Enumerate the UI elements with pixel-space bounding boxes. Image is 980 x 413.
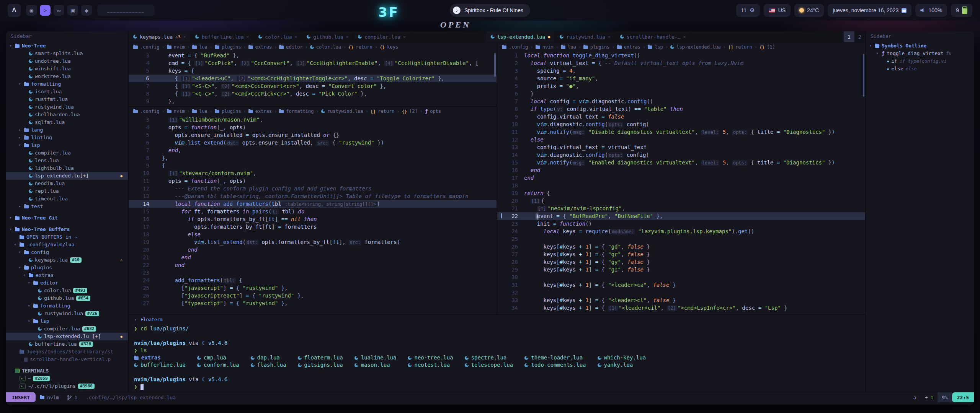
tab-close-icon[interactable]: ×	[247, 34, 249, 39]
code-line[interactable]: ▍22 event = { "BufReadPre", "BufNewFile"…	[497, 212, 865, 220]
launcher-button[interactable]: Λ	[8, 4, 21, 17]
tree-item[interactable]: color.lua#493	[6, 287, 128, 294]
tab-close-icon[interactable]: ×	[608, 34, 611, 39]
symbols-outline-header[interactable]: ▾ Symbols Outline	[866, 42, 974, 50]
tree-item[interactable]: lsp-extended.lu [+]●	[6, 333, 128, 340]
breadcrumb-item[interactable]: lua	[199, 44, 207, 50]
code-line[interactable]: 8 { [1]"<C-c>", [2]"<cmd>CccPick<cr>", d…	[129, 90, 497, 98]
tree-item[interactable]: scrollbar-handle-vertical.p	[6, 356, 128, 363]
tree-section-header[interactable]: TERMINALS	[6, 367, 128, 375]
tree-item[interactable]: bufferline.lua#328	[6, 340, 128, 348]
code-line[interactable]: 11 opts = function(_, opts)	[129, 177, 497, 185]
code-line[interactable]: 9 {	[129, 162, 497, 169]
tree-item[interactable]: lens.lua	[6, 157, 128, 164]
code-line[interactable]: 17 opts.formatters_by_ft[ft] = formatter…	[129, 223, 497, 231]
code-line[interactable]: 8 if type(v: config.virtual_text) == "ta…	[497, 105, 865, 113]
terminal[interactable]: ❯ cd lua/plugins/nvim/lua/plugins via ☾ …	[129, 324, 865, 392]
editor-pane-rustywind-lua[interactable]: .config›nvim›lua›plugins›extras›formatti…	[129, 107, 497, 314]
code-line[interactable]: 23	[129, 269, 497, 276]
code-line[interactable]: 7 end,	[129, 146, 497, 154]
tab-compiler.lua[interactable]: compiler.lua×	[353, 31, 411, 42]
code-line[interactable]: 10 vim.diagnostic.config(opts: config)	[497, 120, 865, 128]
code-line[interactable]: 10 [1]"stevearc/conform.nvim",	[129, 169, 497, 177]
tab-close-icon[interactable]: ×	[295, 34, 297, 39]
breadcrumb-item[interactable]: color.lua	[316, 44, 341, 50]
tab-bufferline.lua[interactable]: bufferline.lua×	[191, 31, 254, 42]
code-line[interactable]: 27 keys[#keys + 1] = { "gr", false }	[497, 250, 865, 258]
workspace-tag-2[interactable]: >	[40, 5, 51, 16]
code-line[interactable]: 26 keys[#keys + 1] = { "gd", false }	[497, 243, 865, 250]
code-line[interactable]: 30	[497, 273, 865, 281]
code-line[interactable]: 9 config.virtual_text = false	[497, 113, 865, 120]
tabpage-2[interactable]: 2	[854, 31, 865, 42]
tree-item[interactable]: neodim.lua	[6, 180, 128, 187]
breadcrumb-item[interactable]: lsp-extended.lua	[676, 44, 721, 50]
tab-github.lua[interactable]: github.lua×	[302, 31, 353, 42]
breadcrumb-item[interactable]: lsp	[655, 44, 663, 50]
tree-item[interactable]: ▾editor	[6, 279, 128, 287]
breadcrumb-item[interactable]: extras	[255, 44, 272, 50]
code-line[interactable]: 14 local function add_formatters(tbl :ta…	[129, 200, 497, 208]
code-line[interactable]: 23 init = function()	[497, 220, 865, 228]
tree-item[interactable]: ▾config	[6, 249, 128, 256]
tab-rustywind.lua[interactable]: rustywind.lua×	[555, 31, 615, 42]
code-line[interactable]: 3 event = { "BufRead" },	[129, 52, 497, 59]
scrollbar-thumb[interactable]	[863, 54, 864, 97]
breadcrumb-item[interactable]: editor	[286, 44, 302, 50]
breadcrumb-item[interactable]: .config	[509, 44, 528, 50]
code-line[interactable]: 7 local config = vim.diagnostic.config()	[497, 98, 865, 105]
code-line[interactable]: 31 keys[#keys + 1] = { "<leader>ca", fal…	[497, 281, 865, 289]
breadcrumb-item[interactable]: lua	[199, 109, 207, 114]
tab-scrollbar-handle-[interactable]: scrollbar-handle-…×	[616, 31, 691, 42]
tree-item[interactable]: sqlfmt.lua	[6, 119, 128, 126]
tree-item[interactable]: keymaps.lua#10⚠	[6, 256, 128, 264]
code-line[interactable]: 19return {	[497, 189, 865, 197]
tab-lsp-extended.lua[interactable]: lsp-extended.lua●	[486, 31, 555, 42]
breadcrumb-item[interactable]: nvim	[174, 44, 185, 50]
tab-keymaps.lua[interactable]: keymaps.lua⚠3×	[129, 31, 191, 42]
tree-item[interactable]: rustfmt.lua	[6, 96, 128, 103]
code-line[interactable]: 14 vim.diagnostic.config(opts: config)	[497, 151, 865, 159]
tree-item[interactable]: OPEN BUFFERS in ~	[6, 233, 128, 241]
tab-color.lua[interactable]: color.lua×	[254, 31, 302, 42]
code-line[interactable]: 5 prefix = "●",	[497, 82, 865, 90]
breadcrumb-item[interactable]: formatting	[286, 109, 314, 114]
tree-item[interactable]: ▾lsp	[6, 141, 128, 149]
tree-item[interactable]: repl.lua	[6, 187, 128, 195]
tree-item[interactable]: winshift.lua	[6, 65, 128, 73]
breadcrumb-item[interactable]: plugins	[222, 44, 241, 50]
tree-item[interactable]: Juegos/Indies/SteamLibrary/st	[6, 348, 128, 356]
now-playing-pill[interactable]: ♪ Spiritbox - Rule Of Nines	[450, 4, 530, 17]
breadcrumb-item[interactable]: return	[356, 44, 372, 50]
code-line[interactable]: 13 config.virtual_text = virtual_text	[497, 143, 865, 151]
code-line[interactable]: 4 source = "if_many",	[497, 75, 865, 82]
code-line[interactable]: 28 keys[#keys + 1] = { "gy", false }	[497, 258, 865, 266]
code-line[interactable]: 3 [1]"williamboman/mason.nvim",	[129, 116, 497, 124]
tree-item[interactable]: shellharden.lua	[6, 111, 128, 119]
code-line[interactable]: 19 vim.list_extend(dst: opts.formatters_…	[129, 238, 497, 246]
breadcrumb-item[interactable]: return	[378, 109, 394, 114]
code-line[interactable]: 1local function toggle_diag_virtext()	[497, 52, 865, 59]
tab-close-icon[interactable]: ×	[346, 34, 349, 39]
code-line[interactable]: 17end	[497, 174, 865, 182]
tree-item[interactable]: compiler.lua#682	[6, 325, 128, 333]
tree-item[interactable]: compiler.lua	[6, 149, 128, 157]
battery-pill[interactable]: 9	[951, 4, 972, 17]
code-line[interactable]: 7 { [1]"<S-C>", [2]"<cmd>CccConvert<cr>"…	[129, 82, 497, 90]
code-line[interactable]: 15 vim.notify(msg: "Enabled diagnostics …	[497, 159, 865, 166]
code-line[interactable]: 24 add_formatters(tbl: {	[129, 276, 497, 284]
code-line[interactable]: 21 end	[129, 254, 497, 261]
breadcrumb-item[interactable]: return	[735, 44, 752, 50]
breadcrumb-item[interactable]: extras	[624, 44, 640, 50]
code-line[interactable]: 5 opts.ensure_installed = opts.ensure_in…	[129, 131, 497, 139]
breadcrumb-item[interactable]: opts	[430, 109, 441, 114]
code-line[interactable]: 11 vim.notify(msg: "Disable diagnostics …	[497, 128, 865, 136]
code-line[interactable]: 3 spacing = 4,	[497, 67, 865, 75]
tree-item[interactable]: ▾extras	[6, 272, 128, 279]
workspace-tag-1[interactable]: ◉	[26, 5, 37, 16]
code-line[interactable]: 6 vim.list_extend(dst: opts.ensure_insta…	[129, 139, 497, 146]
tree-item[interactable]: ▾.config/nvim/lua	[6, 241, 128, 249]
workspace-tag-4[interactable]: ▣	[67, 5, 78, 16]
code-line[interactable]: 4 cmd = { [1]"CccPick", [2]"CccConvert",…	[129, 59, 497, 67]
tree-item[interactable]: lsp-extended.lu[+]●	[6, 172, 128, 180]
